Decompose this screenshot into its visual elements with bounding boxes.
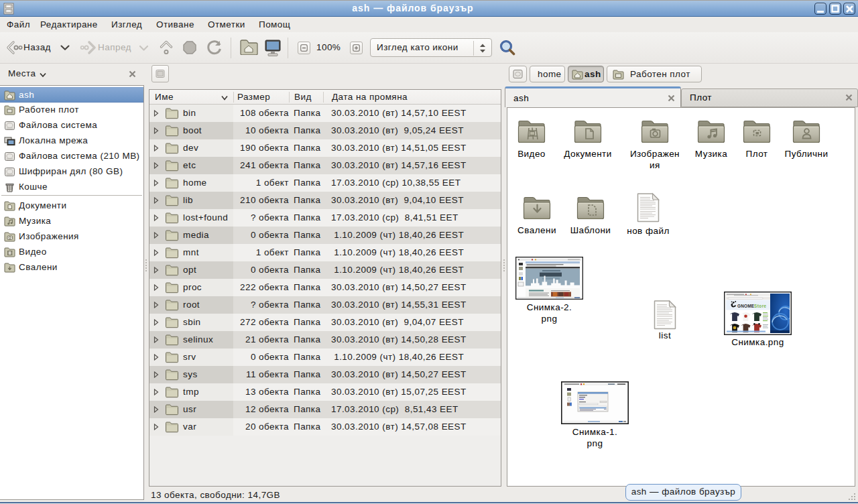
svg-text:GNOME: GNOME	[737, 304, 755, 308]
svg-text:Store: Store	[754, 304, 767, 308]
